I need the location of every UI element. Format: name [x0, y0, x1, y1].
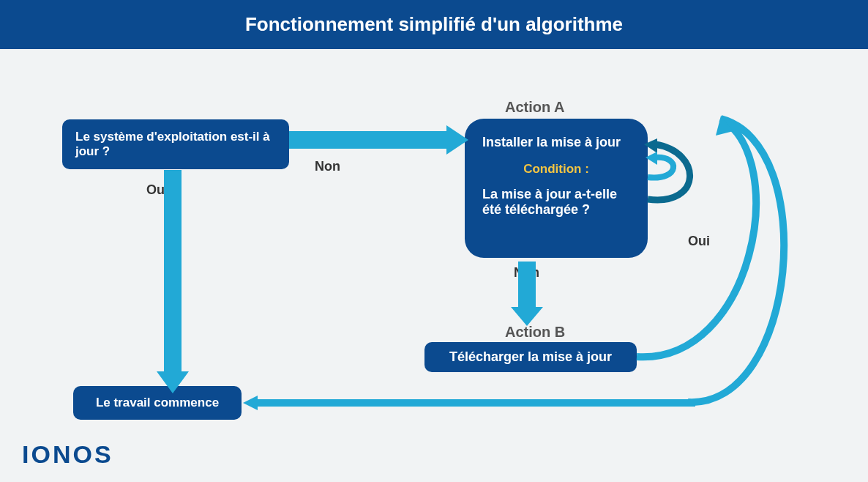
- result-text: Le travail commence: [96, 396, 219, 409]
- action-a-line1: Installer la mise à jour: [482, 135, 630, 150]
- node-action-b: Télécharger la mise à jour: [424, 342, 637, 372]
- edge-label-yes: Oui: [146, 182, 168, 198]
- svg-rect-4: [289, 131, 450, 149]
- edge-label-no: Non: [315, 159, 340, 174]
- action-a-condition-label: Condition :: [482, 162, 630, 177]
- node-action-a: Installer la mise à jour Condition : La …: [465, 119, 648, 258]
- action-a-label: Action A: [505, 99, 564, 116]
- action-b-label: Action B: [505, 324, 565, 341]
- node-question: Le système d'exploitation est-il à jour …: [62, 119, 289, 169]
- svg-marker-10: [716, 116, 733, 136]
- action-a-condition-text: La mise à jour a-t-elle été téléchargée …: [482, 187, 630, 218]
- svg-rect-2: [164, 170, 182, 375]
- brand-logo: IONOS: [22, 440, 113, 469]
- node-result: Le travail commence: [73, 386, 242, 420]
- edge-label-yes-loop: Oui: [688, 234, 710, 249]
- node-question-text: Le système d'exploitation est-il à jour …: [75, 130, 270, 158]
- diagram-canvas: Le système d'exploitation est-il à jour …: [0, 49, 868, 482]
- svg-marker-9: [243, 396, 258, 410]
- action-b-text: Télécharger la mise à jour: [449, 349, 612, 364]
- diagram-title: Fonctionnement simplifié d'un algorithme: [0, 0, 868, 49]
- edge-label-no2: Non: [514, 265, 539, 281]
